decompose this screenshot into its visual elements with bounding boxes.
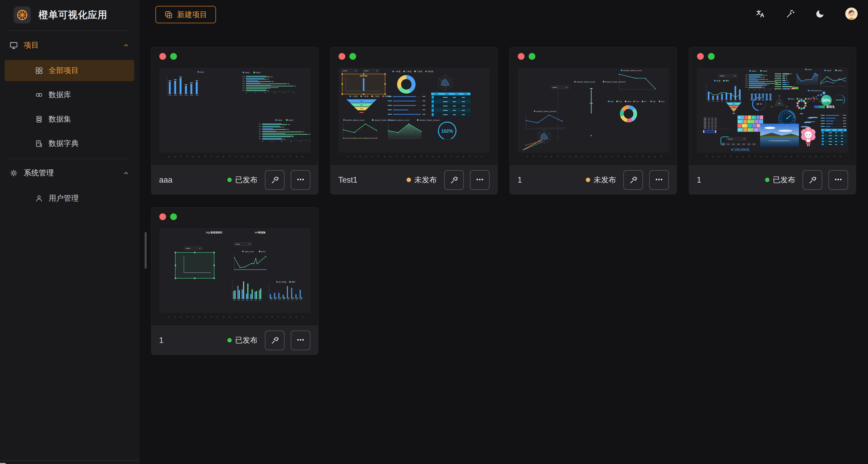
ellipsis-icon: [654, 175, 664, 185]
svg-text:data2: data2: [256, 71, 261, 74]
svg-text:三年级: 三年级: [374, 95, 380, 97]
thumbnail-sketch: pricedata1data2data1data2: [159, 68, 310, 153]
svg-text:一年级: 一年级: [352, 95, 358, 97]
user-avatar[interactable]: [845, 7, 858, 20]
card-footer: 1未发布: [510, 165, 677, 194]
app-header: 橙单可视化应用: [0, 0, 139, 24]
thumbnail-sketch: 一年级二年级三年级四年级一年级二年级三年级四年级student_attend_c…: [339, 68, 490, 153]
card-dot-red: [339, 53, 345, 60]
svg-text:data2: data2: [288, 119, 293, 121]
divider: [0, 460, 139, 461]
more-actions-button[interactable]: [470, 170, 490, 190]
status-label: 已发布: [235, 175, 258, 185]
svg-text:36 %: 36 %: [756, 102, 762, 105]
card-dot-red: [159, 53, 166, 60]
svg-text:Wed: Wed: [627, 100, 631, 103]
project-card[interactable]: pricedata1data2data1data2aaa已发布: [151, 47, 318, 194]
ellipsis-icon: [475, 175, 485, 185]
sidebar-group-system-management[interactable]: 系统管理: [5, 163, 134, 183]
project-title: 1: [518, 175, 586, 185]
more-actions-button[interactable]: [291, 170, 310, 190]
new-project-button[interactable]: 新建项目: [155, 6, 216, 23]
svg-text:Mon: Mon: [790, 98, 794, 100]
edit-project-button[interactable]: [623, 170, 643, 190]
svg-text:Sun: Sun: [661, 100, 664, 103]
sidebar-item-databases[interactable]: 数据库: [5, 84, 134, 105]
ellipsis-icon: [296, 175, 305, 185]
project-thumbnail[interactable]: student_attend_countstudent_attend_count…: [518, 68, 669, 153]
sidebar-item-all-projects[interactable]: 全部项目: [5, 60, 134, 81]
svg-text:Mon: Mon: [610, 100, 614, 103]
svg-text:课时: 课时: [725, 80, 730, 82]
svg-text:一年级: 一年级: [395, 70, 401, 73]
status-dot: [586, 178, 590, 182]
svg-text:¥ 100,000元: ¥ 100,000元: [731, 148, 750, 152]
magic-wand-icon[interactable]: [785, 9, 795, 19]
dot-strip: [166, 316, 304, 318]
svg-text:student_attend_count: student_attend_count: [577, 81, 595, 83]
add-project-icon: [164, 10, 173, 19]
svg-text:课时: 课时: [291, 281, 296, 283]
new-project-label: 新建项目: [177, 9, 207, 20]
svg-text:102%: 102%: [441, 128, 453, 134]
svg-text:class_hour: class_hour: [244, 250, 254, 253]
chevron-up-icon: [123, 170, 130, 177]
card-footer: Test1未发布: [331, 165, 497, 194]
sidebar-item-data-dictionary[interactable]: 数据字典: [5, 133, 134, 154]
sidebar-item-user-management[interactable]: 用户管理: [5, 188, 134, 209]
project-card[interactable]: student_attend_countstudent_attend_count…: [509, 47, 677, 194]
svg-text:Thu: Thu: [636, 100, 639, 103]
svg-text:student_flower_amount: student_flower_amount: [605, 81, 626, 83]
edit-project-button[interactable]: [803, 170, 822, 190]
svg-text:Sat: Sat: [653, 100, 656, 103]
more-actions-button[interactable]: [291, 331, 310, 350]
project-title: 1: [697, 175, 765, 185]
project-thumbnail[interactable]: pricedata1data2data1data2: [159, 68, 310, 153]
svg-text:student_flower_amount: student_flower_amount: [419, 119, 440, 121]
status-label: 未发布: [414, 175, 437, 185]
link-icon: [35, 91, 43, 99]
grid-icon: [35, 66, 43, 75]
svg-text:二年级: 二年级: [406, 70, 411, 73]
card-dot-green: [170, 53, 177, 60]
project-card[interactable]: 一年级二年级三年级四年级一年级二年级三年级四年级student_attend_c…: [330, 47, 498, 194]
svg-text:data2: data2: [763, 70, 767, 72]
svg-text:价格: 价格: [716, 80, 720, 82]
card-dot-red: [159, 213, 166, 220]
status-badge: 未发布: [407, 175, 437, 185]
svg-text:price: price: [807, 68, 812, 71]
dot-strip: [345, 156, 483, 157]
edit-project-button[interactable]: [265, 170, 284, 190]
svg-text:student_attend_count: student_attend_count: [391, 119, 409, 121]
svg-text:API数据集: API数据集: [255, 231, 266, 234]
more-actions-button[interactable]: [829, 170, 848, 190]
edit-project-button[interactable]: [265, 331, 284, 350]
dot-strip: [166, 156, 304, 157]
svg-text:price: price: [200, 71, 204, 73]
svg-text:Tue: Tue: [619, 100, 622, 103]
sidebar-item-label: 数据字典: [49, 138, 79, 149]
svg-text:data1: data1: [827, 69, 832, 72]
svg-text:三年级: 三年级: [417, 70, 423, 73]
more-actions-button[interactable]: [649, 170, 669, 190]
project-thumbnail[interactable]: SQL数据源测试API数据集class_hourprice合计价格课时: [159, 228, 310, 313]
project-thumbnail[interactable]: 价格课时data1data2pricedata1data2chineseScor…: [697, 68, 848, 153]
edit-project-button[interactable]: [444, 170, 464, 190]
project-card[interactable]: 价格课时data1data2pricedata1data2chineseScor…: [689, 47, 856, 194]
project-thumbnail[interactable]: 一年级二年级三年级四年级一年级二年级三年级四年级student_attend_c…: [339, 68, 490, 153]
svg-text:合计价格: 合计价格: [279, 281, 286, 283]
svg-text:50%: 50%: [822, 98, 831, 103]
svg-text:data1: data1: [752, 70, 756, 72]
main-content: 新建项目 pricedata1data2data1data2aaa已发布一年级二…: [140, 0, 868, 464]
translate-icon[interactable]: [755, 9, 765, 19]
sidebar-nav: 项目全部项目数据库数据集数据字典系统管理用户管理: [0, 35, 139, 209]
svg-text:Th: Th: [816, 98, 818, 100]
svg-text:chineseScore: chineseScore: [810, 90, 822, 92]
dark-mode-moon-icon[interactable]: [815, 9, 825, 19]
status-badge: 未发布: [586, 175, 616, 185]
project-card[interactable]: SQL数据源测试API数据集class_hourprice合计价格课时1已发布: [151, 208, 318, 355]
sidebar-item-datasets[interactable]: 数据集: [5, 109, 134, 130]
svg-text:Fri: Fri: [644, 100, 646, 103]
svg-text:看得见: 看得见: [826, 105, 835, 109]
sidebar-group-projects[interactable]: 项目: [5, 35, 134, 56]
